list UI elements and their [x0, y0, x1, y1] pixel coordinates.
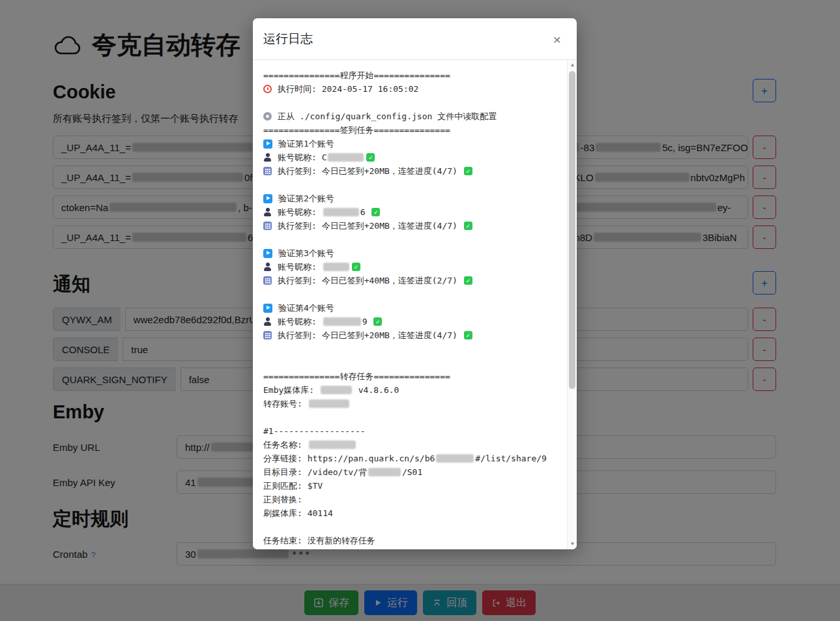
log-line	[263, 411, 555, 424]
run-log-output: ===============程序开始===============执行时间: …	[253, 60, 577, 549]
log-line: 正则替换:	[263, 493, 555, 506]
text-fragment: 正则匹配: $TV	[263, 480, 323, 492]
log-line: 任务名称:	[263, 438, 555, 452]
log-line: ===============转存任务===============	[263, 369, 555, 383]
redacted-text	[321, 386, 352, 394]
log-line: Emby媒体库: v4.8.6.0	[263, 383, 555, 397]
log-line: 验证第2个账号	[263, 192, 555, 205]
log-line: #1------------------	[263, 424, 555, 438]
log-line: 账号昵称: 6 ✓	[263, 205, 555, 219]
user-icon	[263, 317, 272, 326]
check-icon: ✓	[464, 167, 472, 175]
text-fragment: #1------------------	[263, 426, 366, 436]
scroll-down-icon[interactable]: ▼	[568, 540, 577, 549]
log-line: 刷媒体库: 40114	[263, 506, 555, 520]
log-line: 任务结束: 没有新的转存任务	[263, 534, 555, 547]
text-fragment: ===============签到任务===============	[263, 124, 450, 136]
redacted-text	[436, 454, 474, 463]
text-fragment: 转存账号:	[263, 398, 308, 410]
text-fragment: 验证第1个账号	[278, 138, 334, 150]
text-fragment: 验证第4个账号	[278, 302, 334, 314]
play-icon	[263, 304, 272, 313]
text-fragment: 账号昵称: C	[278, 152, 326, 164]
play-icon	[263, 194, 272, 203]
user-icon	[263, 208, 272, 216]
calendar-icon	[263, 222, 272, 230]
log-line	[263, 287, 555, 301]
close-icon[interactable]: ×	[547, 29, 568, 50]
redacted-text	[309, 440, 356, 449]
log-line: ===============签到任务===============	[263, 123, 555, 137]
redacted-text	[323, 208, 359, 216]
log-line: 账号昵称: C✓	[263, 151, 555, 164]
log-line: 分享链接: https://pan.quark.cn/s/b6#/list/sh…	[263, 452, 555, 465]
log-line: 验证第4个账号	[263, 301, 555, 315]
text-fragment: 执行签到: 今日已签到+20MB，连签进度(4/7)	[278, 220, 463, 232]
text-fragment: 执行签到: 今日已签到+20MB，连签进度(4/7)	[278, 166, 463, 177]
text-fragment: ===============程序开始===============	[263, 70, 450, 81]
text-fragment: 正从 ./config/quark_config.json 文件中读取配置	[278, 111, 497, 123]
log-line: 账号昵称: ✓	[263, 260, 555, 274]
text-fragment: #/list/share/9	[475, 454, 547, 463]
redacted-text	[323, 263, 349, 271]
log-line: 正则匹配: $TV	[263, 479, 555, 493]
check-icon: ✓	[352, 263, 360, 271]
check-icon: ✓	[464, 222, 472, 230]
redacted-text	[309, 399, 349, 408]
log-line: 正从 ./config/quark_config.json 文件中读取配置	[263, 109, 555, 123]
text-fragment: Emby媒体库:	[263, 384, 319, 396]
log-line	[263, 96, 555, 109]
check-icon: ✓	[464, 276, 472, 285]
check-icon: ✓	[371, 208, 380, 216]
text-fragment: v4.8.6.0	[353, 385, 399, 395]
modal-header: 运行日志 ×	[253, 18, 577, 60]
log-line: 账号昵称: 9 ✓	[263, 315, 555, 328]
text-fragment: 账号昵称:	[278, 207, 322, 218]
text-fragment: 目标目录: /video/tv/背	[263, 467, 367, 478]
text-fragment: 9	[362, 317, 373, 326]
log-line: 验证第1个账号	[263, 137, 555, 151]
text-fragment: 刷媒体库: 40114	[263, 508, 333, 519]
log-line	[263, 233, 555, 246]
text-fragment: 6	[360, 207, 371, 217]
redacted-text	[328, 153, 364, 162]
text-fragment: 验证第2个账号	[278, 193, 334, 205]
log-line: 执行签到: 今日已签到+20MB，连签进度(4/7) ✓	[263, 328, 555, 342]
scrollbar-thumb[interactable]	[569, 71, 575, 389]
calendar-icon	[263, 276, 272, 285]
log-line	[263, 356, 555, 369]
log-line: 执行签到: 今日已签到+20MB，连签进度(4/7) ✓	[263, 164, 555, 178]
log-line	[263, 520, 555, 534]
run-log-modal: 运行日志 × ===============程序开始==============…	[253, 18, 577, 549]
text-fragment: 账号昵称:	[278, 316, 322, 328]
calendar-icon	[263, 167, 272, 175]
modal-body[interactable]: ===============程序开始===============执行时间: …	[253, 60, 577, 549]
text-fragment: 账号昵称:	[278, 261, 322, 273]
modal-title: 运行日志	[263, 31, 313, 48]
modal-scrollbar[interactable]: ▲ ▼	[567, 60, 577, 549]
redacted-text	[368, 468, 401, 476]
text-fragment: 分享链接: https://pan.quark.cn/s/b6	[263, 453, 435, 465]
log-line: 执行时间: 2024-05-17 16:05:02	[263, 82, 555, 96]
text-fragment: 执行签到: 今日已签到+40MB，连签进度(2/7)	[278, 275, 463, 287]
text-fragment: ===============转存任务===============	[263, 371, 450, 383]
text-fragment: 任务结束: 没有新的转存任务	[263, 535, 375, 547]
log-line: 转存账号:	[263, 397, 555, 411]
alarm-icon	[263, 85, 272, 93]
calendar-icon	[263, 331, 272, 339]
log-line: 目标目录: /video/tv/背/S01	[263, 465, 555, 479]
play-icon	[263, 139, 272, 149]
log-line: 执行签到: 今日已签到+20MB，连签进度(4/7) ✓	[263, 219, 555, 233]
log-line: 执行签到: 今日已签到+40MB，连签进度(2/7) ✓	[263, 274, 555, 287]
log-line	[263, 178, 555, 192]
redacted-text	[323, 317, 361, 326]
text-fragment: 正则替换:	[263, 494, 308, 506]
text-fragment: 执行时间: 2024-05-17 16:05:02	[278, 83, 418, 95]
user-icon	[263, 263, 272, 271]
text-fragment: /S01	[402, 467, 422, 477]
text-fragment: 验证第3个账号	[278, 248, 334, 259]
log-line	[263, 342, 555, 356]
log-line: ===============程序开始===============	[263, 68, 555, 82]
scroll-up-icon[interactable]: ▲	[568, 61, 577, 70]
text-fragment: 任务名称:	[263, 439, 308, 451]
